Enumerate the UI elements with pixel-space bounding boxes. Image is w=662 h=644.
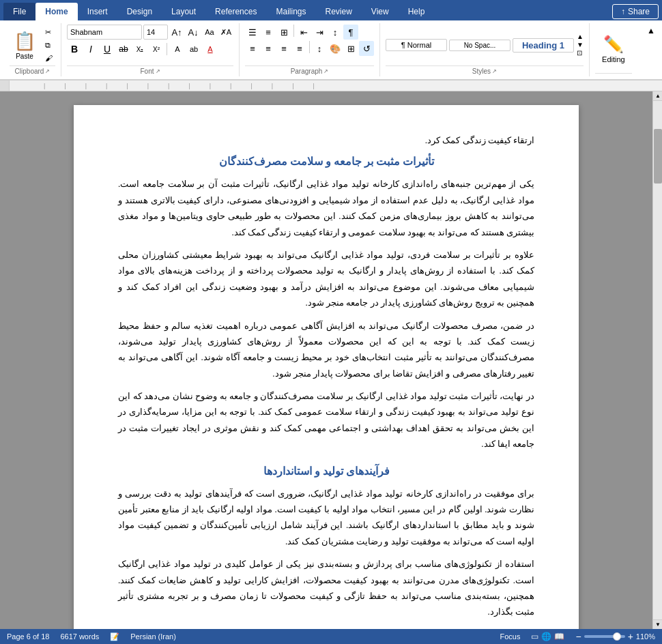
tab-view[interactable]: View bbox=[362, 3, 399, 20]
format-painter-button[interactable]: 🖌 bbox=[42, 53, 55, 63]
styles-scroll-down[interactable]: ▼ bbox=[577, 42, 584, 48]
style-normal[interactable]: ¶ Normal bbox=[386, 39, 447, 51]
zoom-plus-icon[interactable]: + bbox=[628, 631, 633, 642]
align-right-button[interactable]: ≡ bbox=[276, 41, 291, 56]
section-production-heading: فرآیندهای تولید و استانداردها bbox=[118, 465, 534, 478]
editing-group: ✏️ Editing bbox=[590, 23, 637, 76]
copy-icon: ⧉ bbox=[45, 41, 51, 50]
status-bar: Page 6 of 18 6617 words 📝 Persian (Iran)… bbox=[0, 629, 662, 644]
italic-button[interactable]: I bbox=[83, 42, 98, 57]
tab-design[interactable]: Design bbox=[117, 3, 162, 20]
style-no-spacing[interactable]: No Spac... bbox=[449, 40, 510, 51]
styles-expand-icon[interactable]: ↗ bbox=[492, 68, 497, 74]
shading-button[interactable]: A bbox=[203, 42, 218, 57]
web-layout-button[interactable]: 🌐 bbox=[541, 632, 551, 641]
view-buttons: ▭ 🌐 📖 bbox=[531, 632, 564, 641]
styles-group: ¶ Normal No Spac... Heading 1 ▲ ▼ ⊡ Styl… bbox=[380, 23, 590, 76]
bold-button[interactable]: B bbox=[67, 42, 82, 57]
editing-icon: ✏️ bbox=[603, 35, 624, 54]
increase-indent-button[interactable]: ⇥ bbox=[312, 25, 327, 40]
consumers-para-4: در نهایت، تأثیرات مثبت تولید مواد غذایی … bbox=[118, 388, 534, 452]
font-expand-icon[interactable]: ↗ bbox=[156, 68, 160, 74]
section-consumers-heading: تأثیرات مثبت بر جامعه و سلامت مصرف‌کنندگ… bbox=[118, 155, 534, 168]
change-case-button[interactable]: Aa bbox=[202, 25, 217, 40]
font-color-button[interactable]: A bbox=[170, 42, 185, 57]
tab-home[interactable]: Home bbox=[35, 3, 77, 20]
align-center-button[interactable]: ≡ bbox=[261, 41, 276, 56]
strikethrough-button[interactable]: ab bbox=[116, 42, 131, 57]
ruler: | | | | | | | | | | | | | | bbox=[0, 80, 662, 91]
font-group: A↑ A↓ Aa ✗A B I U ab X₂ X² A ab A Font ↗ bbox=[61, 23, 240, 76]
paragraph-group: ☰ ≡ ⊞ ⇤ ⇥ ↕ ¶ ≡ ≡ ≡ ≡ ↕ 🎨 ⊞ ↺ Pa bbox=[240, 23, 380, 76]
production-para-1: برای موفقیت در راه‌اندازی کارخانه تولید … bbox=[118, 486, 534, 550]
paste-button[interactable]: 📋 Paste bbox=[10, 28, 40, 63]
zoom-slider[interactable]: − + 110% bbox=[575, 631, 655, 642]
font-label: Font ↗ bbox=[67, 65, 233, 75]
shading-para-button[interactable]: 🎨 bbox=[328, 41, 343, 56]
paragraph-expand-icon[interactable]: ↗ bbox=[323, 68, 328, 74]
focus-button[interactable]: Focus bbox=[500, 632, 521, 641]
consumers-para-2: علاوه بر تأثیرات بر سلامت فردی، تولید مو… bbox=[118, 247, 534, 311]
clear-formatting-button[interactable]: ✗A bbox=[218, 25, 233, 40]
intro-paragraph: ارتقاء کیفیت زندگی کمک کرد. bbox=[118, 132, 534, 148]
borders-button[interactable]: ⊞ bbox=[343, 41, 358, 56]
tab-mailings[interactable]: Mailings bbox=[266, 3, 315, 20]
rtl-button[interactable]: ↺ bbox=[359, 41, 374, 56]
share-button[interactable]: ↑ Share bbox=[612, 4, 659, 19]
bullets-button[interactable]: ☰ bbox=[245, 25, 260, 40]
tab-layout[interactable]: Layout bbox=[162, 3, 205, 20]
align-left-button[interactable]: ≡ bbox=[245, 41, 260, 56]
tab-help[interactable]: Help bbox=[399, 3, 435, 20]
share-icon: ↑ bbox=[621, 7, 625, 16]
scroll-track bbox=[653, 101, 662, 619]
tab-file[interactable]: File bbox=[3, 3, 35, 20]
sort-button[interactable]: ↕ bbox=[328, 25, 343, 40]
document-container: ارتقاء کیفیت زندگی کمک کرد. تأثیرات مثبت… bbox=[0, 91, 662, 629]
language-info: Persian (Iran) bbox=[130, 632, 176, 641]
justify-button[interactable]: ≡ bbox=[292, 41, 307, 56]
tab-references[interactable]: References bbox=[205, 3, 266, 20]
copy-button[interactable]: ⧉ bbox=[42, 40, 55, 51]
increase-font-button[interactable]: A↑ bbox=[169, 25, 184, 40]
editing-button[interactable]: ✏️ Editing bbox=[596, 32, 631, 66]
show-formatting-button[interactable]: ¶ bbox=[343, 25, 358, 40]
numbering-button[interactable]: ≡ bbox=[261, 25, 276, 40]
scroll-down-button[interactable]: ▼ bbox=[653, 619, 662, 629]
zoom-level: 110% bbox=[636, 632, 655, 641]
clipboard-expand-icon[interactable]: ↗ bbox=[45, 68, 50, 74]
styles-scroll-up[interactable]: ▲ bbox=[577, 33, 584, 40]
read-mode-button[interactable]: 📖 bbox=[554, 632, 564, 641]
word-count: 6617 words bbox=[60, 632, 99, 641]
tab-insert[interactable]: Insert bbox=[78, 3, 117, 20]
styles-expand[interactable]: ⊡ bbox=[577, 50, 584, 57]
decrease-font-button[interactable]: A↓ bbox=[186, 25, 201, 40]
tab-review[interactable]: Review bbox=[315, 3, 361, 20]
consumers-para-3: در ضمن، مصرف محصولات ارگانیک می‌تواند به… bbox=[118, 318, 534, 382]
clipboard-label: Clipboard ↗ bbox=[10, 65, 55, 75]
consumers-para-1: یکی از مهم‌ترین جنبه‌های راه‌اندازی کارخ… bbox=[118, 176, 534, 240]
paste-icon: 📋 bbox=[14, 31, 35, 52]
decrease-indent-button[interactable]: ⇤ bbox=[296, 25, 311, 40]
scroll-thumb[interactable] bbox=[654, 129, 662, 184]
ribbon-content: 📋 Paste ✂ ⧉ 🖌 Clipboard ↗ bbox=[0, 20, 662, 80]
language-proofing-icon: 📝 bbox=[110, 632, 119, 641]
cut-icon: ✂ bbox=[45, 28, 51, 37]
subscript-button[interactable]: X₂ bbox=[132, 42, 147, 57]
underline-button[interactable]: U bbox=[100, 42, 115, 57]
scroll-up-button[interactable]: ▲ bbox=[653, 91, 662, 101]
cut-button[interactable]: ✂ bbox=[42, 27, 55, 38]
font-size-input[interactable] bbox=[143, 25, 168, 40]
collapse-ribbon-button[interactable]: ▲ bbox=[644, 23, 658, 76]
document-scroll-area[interactable]: ارتقاء کیفیت زندگی کمک کرد. تأثیرات مثبت… bbox=[0, 91, 652, 629]
multilevel-list-button[interactable]: ⊞ bbox=[276, 25, 291, 40]
superscript-button[interactable]: X² bbox=[149, 42, 164, 57]
font-name-input[interactable] bbox=[67, 25, 142, 40]
style-heading1[interactable]: Heading 1 bbox=[513, 38, 574, 53]
paragraph-label: Paragraph ↗ bbox=[245, 65, 374, 75]
vertical-scrollbar[interactable]: ▲ ▼ bbox=[652, 91, 662, 629]
highlight-button[interactable]: ab bbox=[186, 42, 201, 57]
line-spacing-button[interactable]: ↕ bbox=[312, 41, 327, 56]
ribbon-tabs-bar: File Home Insert Design Layout Reference… bbox=[0, 0, 662, 20]
print-layout-button[interactable]: ▭ bbox=[531, 632, 538, 641]
zoom-minus-icon[interactable]: − bbox=[575, 631, 581, 642]
